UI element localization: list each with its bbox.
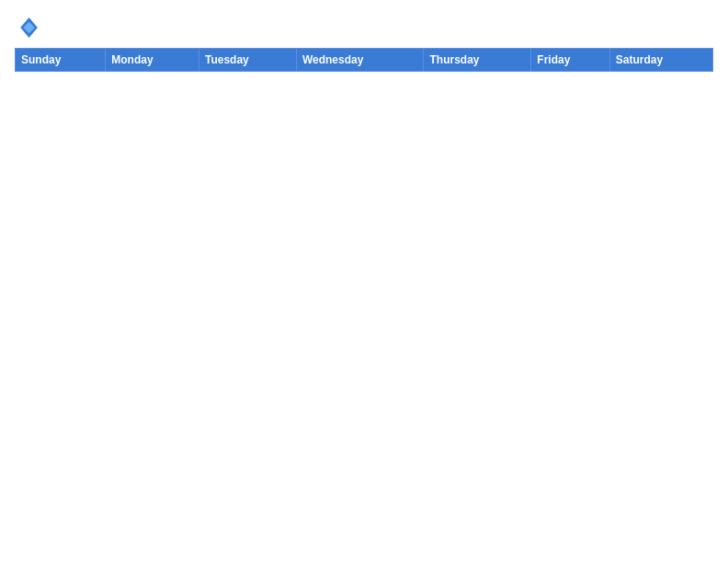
- calendar-table: SundayMondayTuesdayWednesdayThursdayFrid…: [15, 48, 713, 72]
- weekday-header-monday: Monday: [106, 49, 199, 72]
- weekday-header-wednesday: Wednesday: [296, 49, 424, 72]
- weekday-header-thursday: Thursday: [424, 49, 531, 72]
- weekday-header-tuesday: Tuesday: [199, 49, 296, 72]
- page-header: [15, 15, 713, 40]
- weekday-header-saturday: Saturday: [609, 49, 712, 72]
- calendar-header-row: SundayMondayTuesdayWednesdayThursdayFrid…: [16, 49, 713, 72]
- weekday-header-sunday: Sunday: [16, 49, 106, 72]
- weekday-header-friday: Friday: [531, 49, 609, 72]
- logo: [15, 15, 44, 40]
- generalblue-logo-icon: [15, 15, 40, 40]
